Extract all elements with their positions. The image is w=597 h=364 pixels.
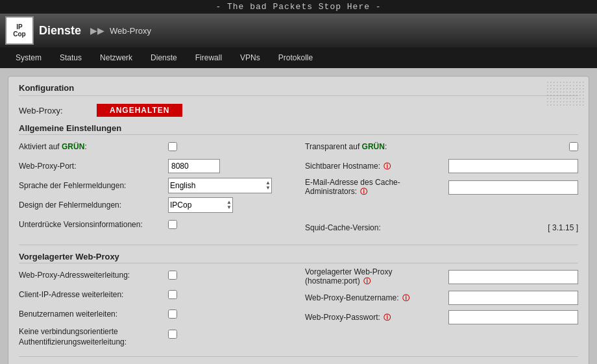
upstream-info-icon: ⓘ	[363, 277, 371, 285]
upstream-proxy-row: Vorgelagerter Web-Proxy (hostname:port) …	[305, 267, 578, 286]
email-row: E-Mail-Adresse des Cache-Administrators:…	[305, 178, 578, 197]
keine-verbindung-checkbox[interactable]	[168, 330, 177, 339]
transparent-row: Transparent auf GRÜN:	[305, 139, 578, 154]
upstream-proxy-label: Vorgelagerter Web-Proxy (hostname:port) …	[305, 267, 448, 286]
design-row: Design der Fehlermeldungen: IPCop ▲▼	[19, 197, 292, 213]
divider-2	[19, 356, 578, 357]
app-name: Dienste	[39, 24, 81, 38]
logo: IP Cop	[5, 16, 34, 45]
squid-version-value: [ 3.1.15 ]	[548, 223, 578, 232]
nav-vpns[interactable]: VPNs	[231, 49, 269, 66]
design-select[interactable]: IPCop	[168, 197, 233, 213]
upstream-left-col: Web-Proxy-Adressweiterleitung: Client-IP…	[19, 267, 305, 351]
email-label: E-Mail-Adresse des Cache-Administrators:…	[305, 178, 448, 197]
nav-status[interactable]: Status	[51, 49, 91, 66]
upstream-pass-info-icon: ⓘ	[384, 313, 391, 321]
upstream-right-col: Vorgelagerter Web-Proxy (hostname:port) …	[305, 267, 578, 351]
aktiviert-row: Aktiviert auf GRÜN:	[19, 139, 292, 154]
nav-netzwerk[interactable]: Netzwerk	[91, 49, 141, 66]
hostname-row: Sichtbarer Hostname: ⓘ	[305, 158, 578, 174]
client-ip-row: Client-IP-Adresse weiterleiten:	[19, 287, 292, 302]
nav-dienste[interactable]: Dienste	[141, 49, 186, 66]
unterdruecke-label: Unterdrücke Versionsinformationen:	[19, 220, 168, 229]
sprache-label: Sprache der Fehlermeldungen:	[19, 181, 168, 190]
upstream-proxy-header: Vorgelagerter Web-Proxy	[19, 252, 578, 263]
upstream-proxy-input[interactable]	[448, 270, 578, 284]
unterdruecke-row: Unterdrücke Versionsinformationen:	[19, 217, 292, 232]
banner-text: - The bad Packets Stop Here -	[215, 2, 381, 12]
squid-version-row: Squid-Cache-Version: [ 3.1.15 ]	[305, 220, 578, 236]
spacer-row	[305, 200, 578, 216]
transparent-label: Transparent auf GRÜN:	[305, 142, 569, 151]
sprache-select[interactable]: English Deutsch Français	[168, 178, 272, 193]
panel-title: Konfiguration	[19, 83, 578, 96]
upstream-user-info-icon: ⓘ	[402, 294, 409, 302]
general-settings-cols: Aktiviert auf GRÜN: Web-Proxy-Port: Spra…	[19, 139, 578, 239]
aktiviert-checkbox[interactable]	[168, 142, 177, 151]
aktiviert-label: Aktiviert auf GRÜN:	[19, 142, 168, 151]
status-button[interactable]: ANGEHALTEN	[97, 104, 182, 117]
benutzernamen-checkbox[interactable]	[168, 309, 177, 319]
breadcrumb-separator: ▶▶	[90, 25, 104, 36]
benutzernamen-row: Benutzernamen weiterleiten:	[19, 306, 292, 322]
sprache-select-wrapper: English Deutsch Français ▲▼	[168, 178, 272, 193]
port-row: Web-Proxy-Port:	[19, 158, 292, 174]
general-right-col: Transparent auf GRÜN: Sichtbarer Hostnam…	[305, 139, 578, 239]
nav-bar: System Status Netzwerk Dienste Firewall …	[0, 47, 597, 68]
unterdruecke-checkbox[interactable]	[168, 220, 177, 229]
config-panel: Konfiguration Web-Proxy: ANGEHALTEN Allg…	[8, 76, 589, 364]
adressweiterleitung-checkbox[interactable]	[168, 271, 177, 280]
nav-system[interactable]: System	[6, 49, 51, 66]
design-select-wrapper: IPCop ▲▼	[168, 197, 233, 213]
email-info-icon: ⓘ	[360, 188, 367, 195]
port-input[interactable]	[168, 159, 220, 173]
benutzernamen-label: Benutzernamen weiterleiten:	[19, 309, 168, 319]
breadcrumb: Web-Proxy	[110, 26, 151, 36]
keine-verbindung-row: Keine verbindungsorientierteAuthentifizi…	[19, 326, 292, 347]
client-ip-label: Client-IP-Adresse weiterleiten:	[19, 290, 168, 299]
design-label: Design der Fehlermeldungen:	[19, 200, 168, 210]
upstream-user-label: Web-Proxy-Benutzername: ⓘ	[305, 293, 448, 303]
hostname-info-icon: ⓘ	[384, 162, 391, 170]
nav-protokolle[interactable]: Protokolle	[269, 49, 322, 66]
email-input[interactable]	[448, 180, 578, 195]
upstream-pass-row: Web-Proxy-Passwort: ⓘ	[305, 309, 578, 325]
upstream-user-row: Web-Proxy-Benutzername: ⓘ	[305, 290, 578, 306]
main-area: Konfiguration Web-Proxy: ANGEHALTEN Allg…	[0, 68, 597, 364]
upstream-pass-input[interactable]	[448, 310, 578, 324]
nav-firewall[interactable]: Firewall	[186, 49, 231, 66]
upstream-user-input[interactable]	[448, 291, 578, 305]
top-banner: - The bad Packets Stop Here -	[0, 0, 597, 14]
upstream-cols: Web-Proxy-Adressweiterleitung: Client-IP…	[19, 267, 578, 351]
webproxy-status-row: Web-Proxy: ANGEHALTEN	[19, 104, 578, 117]
squid-version-label: Squid-Cache-Version:	[305, 223, 548, 232]
header-bar: IP Cop Dienste ▶▶ Web-Proxy	[0, 14, 597, 47]
general-settings-header: Allgemeine Einstellungen	[19, 123, 578, 135]
keine-verbindung-label: Keine verbindungsorientierteAuthentifizi…	[19, 327, 168, 347]
hostname-input[interactable]	[448, 159, 578, 173]
port-label: Web-Proxy-Port:	[19, 162, 168, 171]
webproxy-label: Web-Proxy:	[19, 106, 97, 115]
divider-1	[19, 245, 578, 245]
upstream-pass-label: Web-Proxy-Passwort: ⓘ	[305, 313, 448, 322]
general-left-col: Aktiviert auf GRÜN: Web-Proxy-Port: Spra…	[19, 139, 305, 239]
client-ip-checkbox[interactable]	[168, 290, 177, 299]
adressweiterleitung-row: Web-Proxy-Adressweiterleitung:	[19, 267, 292, 283]
sprache-row: Sprache der Fehlermeldungen: English Deu…	[19, 178, 292, 193]
adressweiterleitung-label: Web-Proxy-Adressweiterleitung:	[19, 271, 168, 280]
hostname-label: Sichtbarer Hostname: ⓘ	[305, 162, 448, 171]
transparent-checkbox[interactable]	[569, 142, 578, 151]
